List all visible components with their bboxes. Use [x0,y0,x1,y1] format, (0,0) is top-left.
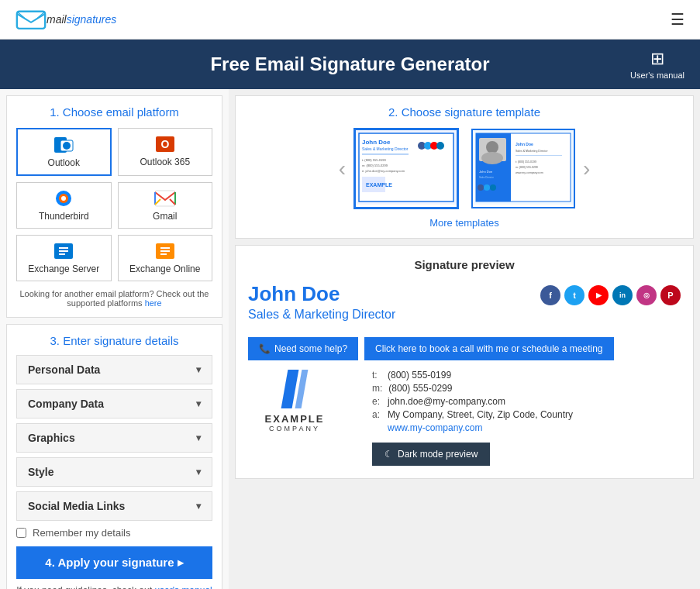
svg-text:www.my-company.com: www.my-company.com [516,171,543,174]
platform-outlook[interactable]: Outlook [16,128,112,176]
svg-text:John Doe: John Doe [516,142,533,146]
svg-text:t: (800) 555-0199: t: (800) 555-0199 [516,160,536,164]
remember-checkbox[interactable] [16,528,26,538]
preview-title: Signature preview [248,258,681,271]
social-icons-row: f t ▶ in ◎ P [540,285,681,305]
template-title: 2. Choose signature template [245,105,684,119]
dark-mode-label: Dark mode preview [398,449,478,460]
svg-text:e: john.doe@my-company.com: e: john.doe@my-company.com [362,169,405,173]
platform-section: 1. Choose email platform Outlook O Outlo… [6,95,222,318]
accordion-personal-data[interactable]: Personal Data ▾ [16,355,212,384]
platform-gmail[interactable]: Gmail [118,182,213,229]
svg-rect-9 [155,191,175,206]
svg-point-35 [484,184,490,191]
svg-point-34 [478,184,484,191]
carousel-next-button[interactable]: › [583,158,590,180]
linkedin-icon[interactable]: in [612,285,633,305]
svg-point-30 [486,141,498,153]
users-manual-link[interactable]: ⊞ User's manual [630,49,684,80]
platform-exchange-online[interactable]: Exchange Online [118,235,213,281]
accordion-social-media[interactable]: Social Media Links ▾ [16,491,212,521]
accordion-graphics[interactable]: Graphics ▾ [16,423,212,453]
svg-text:EXAMPLE: EXAMPLE [366,182,392,188]
address-value: My Company, Street, City, Zip Code, Coun… [388,409,573,420]
supported-text: Looking for another email platform? Chec… [16,289,212,308]
svg-point-36 [490,184,496,191]
main-grid: 1. Choose email platform Outlook O Outlo… [0,89,700,589]
template-item-2[interactable]: John Doe Sales Director John Doe Sales &… [471,129,575,208]
mobile-value: (800) 555-0299 [388,383,452,394]
platform-exchange[interactable]: Exchange Server [16,235,112,281]
users-manual-icon: ⊞ [630,49,684,69]
address-label: a: [372,409,381,420]
svg-text:Sales & Marketing Director: Sales & Marketing Director [362,146,409,151]
guidelines-text: If you need guidelines, check out user's… [16,585,212,589]
pinterest-icon[interactable]: P [660,285,681,305]
accordion-graphics-arrow: ▾ [196,432,201,443]
left-panel: 1. Choose email platform Outlook O Outlo… [0,89,229,589]
carousel-prev-button[interactable]: ‹ [339,158,346,180]
mobile-label: m: [372,383,382,394]
svg-text:Sales Director: Sales Director [479,176,494,179]
sig-logo: EXAMPLE COMPANY [248,370,341,432]
users-manual-label: User's manual [630,71,684,80]
sig-detail-phone: t: (800) 555-0199 [372,370,681,381]
remember-label: Remember my details [33,527,130,539]
hero-banner: Free Email Signature Generator ⊞ User's … [0,40,700,89]
svg-text:m: (800) 555-0299: m: (800) 555-0299 [516,166,538,169]
supported-link[interactable]: here [145,298,162,308]
template-items: John Doe Sales & Marketing Director t: (… [353,128,575,209]
cta-row: 📞 Need some help? Click here to book a c… [248,337,681,360]
exchange-icon [52,242,75,260]
accordion-graphics-label: Graphics [28,432,75,444]
platform-grid: Outlook O Outlook 365 Thunderbird [16,128,212,281]
svg-point-31 [481,152,503,164]
website-value[interactable]: www.my-company.com [388,422,482,433]
more-templates-link[interactable]: More templates [245,217,684,229]
platform-outlook365[interactable]: O Outlook 365 [118,128,213,176]
cta-help-label: Need some help? [274,343,347,354]
apply-signature-button[interactable]: 4. Apply your signature ▸ [16,546,212,579]
sig-details: t: (800) 555-0199 m: (800) 555-0299 e: j… [372,370,681,466]
preview-section: Signature preview John Doe Sales & Marke… [235,245,694,479]
sig-job-title: Sales & Marketing Director [248,308,395,322]
platform-thunderbird[interactable]: Thunderbird [16,182,112,229]
logo-sig-text: signatures [67,13,117,26]
gmail-icon [153,189,177,208]
svg-rect-16 [362,153,409,155]
logo-mail-text: mail [47,13,67,26]
accordion-personal-arrow: ▾ [196,364,201,375]
email-value: john.doe@my-company.com [388,396,505,407]
svg-point-8 [61,196,66,201]
outlook-icon [52,136,75,154]
thunderbird-label: Thunderbird [39,211,89,222]
accordion-company-data[interactable]: Company Data ▾ [16,389,212,418]
cta-help-button[interactable]: 📞 Need some help? [248,337,358,360]
hamburger-menu[interactable]: ☰ [671,10,684,29]
accordion-company-arrow: ▾ [196,398,201,409]
accordion-style-arrow: ▾ [196,467,201,477]
sig-detail-mobile: m: (800) 555-0299 [372,383,681,394]
svg-point-3 [63,142,71,150]
template-item-1[interactable]: John Doe Sales & Marketing Director t: (… [353,128,459,209]
svg-point-25 [436,142,444,150]
svg-text:O: O [160,138,169,150]
company-sub: COMPANY [269,425,320,432]
phone-value: (800) 555-0199 [388,370,451,381]
gmail-label: Gmail [153,211,177,222]
sig-logo-area: EXAMPLE COMPANY [248,370,357,432]
accordion-style[interactable]: Style ▾ [16,457,212,487]
right-panel: 2. Choose signature template ‹ John Doe … [229,89,700,589]
dark-mode-icon: ☾ [384,449,393,460]
svg-rect-0 [17,12,45,29]
cta-meeting-button[interactable]: Click here to book a call with me or sch… [364,337,613,360]
dark-preview-button[interactable]: ☾ Dark mode preview [372,443,490,466]
instagram-icon[interactable]: ◎ [636,285,657,305]
guidelines-link[interactable]: user's manual [154,585,212,589]
facebook-icon[interactable]: f [540,285,560,305]
youtube-icon[interactable]: ▶ [588,285,609,305]
thunderbird-icon [52,189,75,208]
twitter-icon[interactable]: t [564,285,584,305]
email-label: e: [372,396,381,407]
exchange-online-label: Exchange Online [129,264,200,274]
